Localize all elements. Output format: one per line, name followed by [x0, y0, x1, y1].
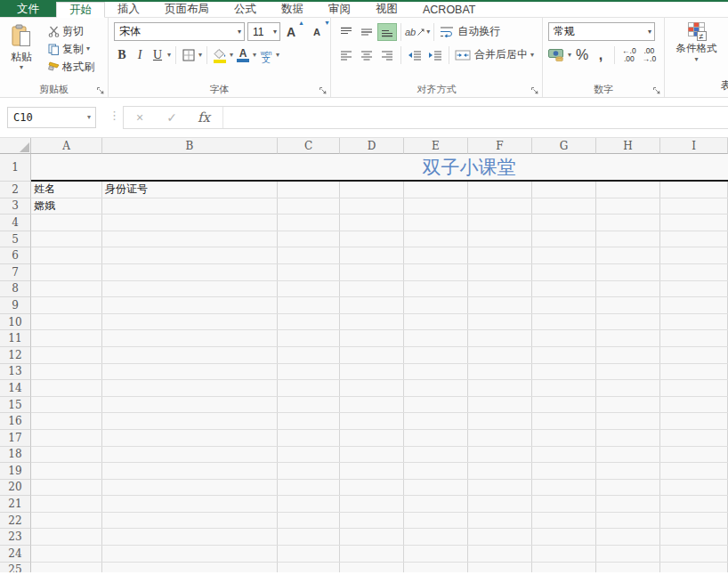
cell-C23[interactable]: [278, 529, 340, 545]
row-header-8[interactable]: 8: [0, 281, 31, 298]
cell-E17[interactable]: [404, 430, 468, 446]
copy-dropdown-caret[interactable]: ▾: [86, 46, 90, 52]
cell-F6[interactable]: [468, 247, 532, 263]
cell-E2[interactable]: [404, 182, 468, 198]
cell-G19[interactable]: [532, 463, 596, 479]
cell-I12[interactable]: [660, 347, 728, 363]
cell-F24[interactable]: [468, 546, 532, 562]
column-header-D[interactable]: D: [340, 138, 404, 154]
cell-I4[interactable]: [660, 215, 728, 231]
cell-G25[interactable]: [532, 563, 596, 572]
phonetic-dropdown-caret[interactable]: ▾: [276, 53, 279, 58]
percent-style-button[interactable]: %: [574, 45, 590, 65]
cell-G17[interactable]: [532, 430, 596, 446]
cell-B5[interactable]: [102, 231, 278, 247]
name-box-caret-icon[interactable]: ▾: [87, 115, 95, 120]
cell-I20[interactable]: [660, 480, 728, 496]
cell-H10[interactable]: [596, 314, 660, 330]
orientation-button[interactable]: ab: [405, 22, 425, 42]
cell-B4[interactable]: [102, 215, 278, 231]
tab-view[interactable]: 视图: [363, 2, 410, 17]
cell-G8[interactable]: [532, 281, 596, 297]
cell-A10[interactable]: [31, 314, 102, 330]
cell-I2[interactable]: [660, 182, 728, 198]
cell-C13[interactable]: [278, 364, 340, 380]
row-header-15[interactable]: 15: [0, 397, 31, 414]
cell-H13[interactable]: [596, 364, 660, 380]
cell-C24[interactable]: [278, 546, 340, 562]
align-left-button[interactable]: [336, 46, 356, 64]
enter-button[interactable]: ✓: [156, 110, 188, 125]
row-header-10[interactable]: 10: [0, 314, 31, 331]
cell-C6[interactable]: [278, 247, 340, 263]
cell-I16[interactable]: [660, 413, 728, 429]
cell-G10[interactable]: [532, 314, 596, 330]
cell-I21[interactable]: [660, 496, 728, 512]
row-header-22[interactable]: 22: [0, 513, 31, 530]
cell-F14[interactable]: [468, 380, 532, 396]
cell-I3[interactable]: [660, 198, 728, 215]
row-header-23[interactable]: 23: [0, 529, 31, 546]
row-header-24[interactable]: 24: [0, 546, 31, 563]
font-color-dropdown-caret[interactable]: ▾: [253, 53, 256, 58]
cell-C2[interactable]: [278, 182, 340, 198]
cell-F12[interactable]: [468, 347, 532, 363]
cell-H12[interactable]: [596, 347, 660, 363]
align-top-button[interactable]: [336, 23, 356, 41]
align-right-button[interactable]: [377, 46, 397, 64]
cell-H4[interactable]: [596, 215, 660, 231]
cell-A8[interactable]: [31, 281, 102, 297]
cell-H14[interactable]: [596, 380, 660, 396]
cell-H6[interactable]: [596, 247, 660, 263]
decrease-decimal-button[interactable]: .00 →.0: [641, 45, 659, 65]
row-header-1[interactable]: 1: [0, 154, 31, 182]
row-header-2[interactable]: 2: [0, 182, 31, 198]
cell-F2[interactable]: [468, 182, 532, 198]
cell-D7[interactable]: [340, 264, 404, 280]
cell-I13[interactable]: [660, 364, 728, 380]
cell-I6[interactable]: [660, 247, 728, 263]
cell-B25[interactable]: [102, 563, 278, 572]
cell-H7[interactable]: [596, 264, 660, 280]
cell-A6[interactable]: [31, 247, 102, 263]
cell-F11[interactable]: [468, 330, 532, 346]
bold-button[interactable]: B: [114, 45, 130, 65]
column-header-B[interactable]: B: [102, 138, 278, 154]
fill-color-dropdown-caret[interactable]: ▾: [230, 53, 233, 58]
select-all-button[interactable]: [0, 138, 31, 154]
comma-style-button[interactable]: ,: [593, 45, 609, 65]
fill-color-button[interactable]: [212, 45, 228, 65]
cell-I19[interactable]: [660, 463, 728, 479]
merge-dropdown-caret[interactable]: ▾: [530, 53, 534, 58]
cell-I25[interactable]: [660, 563, 728, 572]
cell-E22[interactable]: [404, 513, 468, 529]
cell-G18[interactable]: [532, 447, 596, 463]
cell-H2[interactable]: [596, 182, 660, 198]
cell-G23[interactable]: [532, 529, 596, 545]
cell-B21[interactable]: [102, 496, 278, 512]
cell-F8[interactable]: [468, 281, 532, 297]
cell-A25[interactable]: [31, 563, 102, 572]
cell-D21[interactable]: [340, 496, 404, 512]
cell-D22[interactable]: [340, 513, 404, 529]
borders-dropdown-caret[interactable]: ▾: [198, 53, 202, 58]
cell-B6[interactable]: [102, 247, 278, 263]
cell-G9[interactable]: [532, 297, 596, 313]
row-header-16[interactable]: 16: [0, 413, 31, 430]
cell-G24[interactable]: [532, 546, 596, 562]
underline-button[interactable]: U: [150, 45, 166, 65]
row-header-9[interactable]: 9: [0, 297, 31, 314]
cell-B15[interactable]: [102, 397, 278, 413]
cell-I18[interactable]: [660, 447, 728, 463]
cell-D13[interactable]: [340, 364, 404, 380]
cell-H8[interactable]: [596, 281, 660, 297]
row-header-13[interactable]: 13: [0, 364, 31, 381]
cell-H21[interactable]: [596, 496, 660, 512]
cell-B3[interactable]: [102, 198, 278, 215]
cell-A2[interactable]: 姓名: [31, 182, 102, 198]
cell-I15[interactable]: [660, 397, 728, 413]
cell-B22[interactable]: [102, 513, 278, 529]
borders-button[interactable]: [181, 45, 197, 65]
cell-H5[interactable]: [596, 231, 660, 247]
align-middle-button[interactable]: [357, 23, 376, 41]
